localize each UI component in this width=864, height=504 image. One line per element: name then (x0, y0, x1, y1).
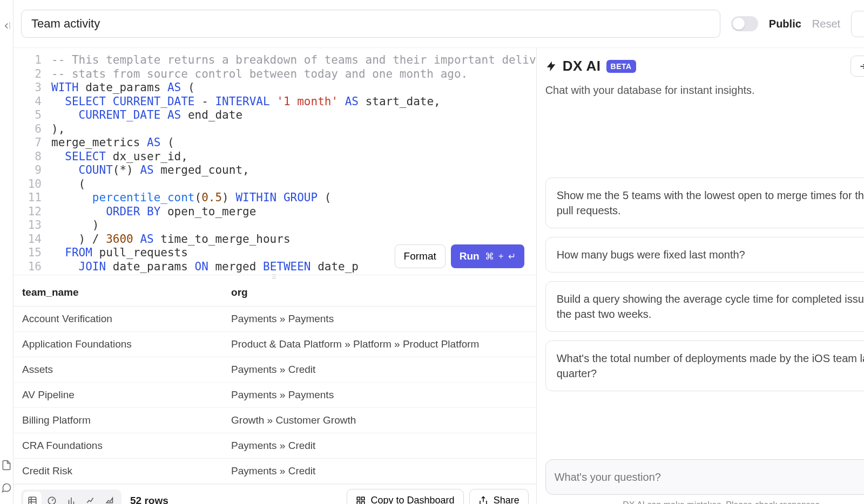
ai-input-row (545, 459, 864, 495)
cell-team: CRA Foundations (14, 433, 222, 459)
column-header-org[interactable]: org (222, 279, 536, 307)
beta-badge: BETA (606, 60, 636, 73)
topbar: Public Reset Save (14, 0, 864, 48)
cell-team: Application Foundations (14, 332, 222, 357)
collapse-sidebar-icon[interactable] (0, 19, 13, 32)
hide-icon (859, 62, 864, 71)
view-gauge-icon[interactable] (43, 492, 61, 505)
cell-team: Assets (14, 357, 222, 383)
document-icon[interactable] (0, 459, 13, 472)
public-label: Public (769, 18, 801, 30)
share-icon (478, 496, 488, 505)
table-row[interactable]: Billing PlatformGrowth » Customer Growth (14, 408, 536, 433)
save-button[interactable]: Save (851, 11, 864, 37)
column-header-team[interactable]: team_name (14, 279, 222, 307)
grid-icon (356, 496, 366, 505)
query-title-input[interactable] (21, 10, 720, 38)
ai-suggestion[interactable]: Show me the 5 teams with the lowest open… (545, 178, 864, 228)
row-count: 52 rows (130, 495, 168, 505)
svg-rect-0 (29, 497, 36, 504)
run-label: Run (460, 250, 480, 262)
svg-rect-2 (357, 497, 360, 500)
view-line-icon[interactable] (82, 492, 100, 505)
public-toggle[interactable] (731, 16, 758, 31)
ai-suggestion[interactable]: Build a query showing the average cycle … (545, 281, 864, 332)
cell-org: Payments » Credit (222, 357, 536, 383)
bolt-icon (545, 60, 557, 72)
copy-to-dashboard-button[interactable]: Copy to Dashboard (347, 489, 464, 504)
run-button[interactable]: Run ⌘ + ↵ (451, 244, 524, 268)
cell-team: Credit Risk (14, 459, 222, 484)
ai-suggestion[interactable]: What's the total number of deployments m… (545, 340, 864, 391)
cell-team: Billing Platform (14, 408, 222, 433)
cell-team: Account Verification (14, 307, 222, 332)
cell-org: Product & Data Platform » Platform » Pro… (222, 332, 536, 357)
table-row[interactable]: AssetsPayments » Credit (14, 357, 536, 383)
ai-question-input[interactable] (555, 471, 864, 483)
results-footer: 52 rows Copy to Dashboard Share (14, 484, 536, 504)
share-button[interactable]: Share (469, 489, 529, 504)
format-button[interactable]: Format (395, 244, 446, 268)
table-row[interactable]: Account VerificationPayments » Payments (14, 307, 536, 332)
table-row[interactable]: Credit RiskPayments » Credit (14, 459, 536, 484)
results-panel: team_name org Account VerificationPaymen… (14, 279, 536, 504)
run-shortcut: ⌘ + ↵ (485, 251, 516, 262)
table-header-row: team_name org (14, 279, 536, 307)
view-bar-icon[interactable] (62, 492, 80, 505)
table-row[interactable]: CRA FoundationsPayments » Credit (14, 433, 536, 459)
svg-rect-3 (361, 497, 364, 500)
view-switcher (21, 489, 122, 505)
chat-icon[interactable] (0, 481, 13, 494)
ai-subtitle: Chat with your database for instant insi… (545, 84, 864, 97)
cell-org: Growth » Customer Growth (222, 408, 536, 433)
table-row[interactable]: Application FoundationsProduct & Data Pl… (14, 332, 536, 357)
left-rail (0, 0, 14, 504)
reset-button[interactable]: Reset (812, 18, 840, 30)
sql-editor[interactable]: 1-- This template returns a breakdown of… (14, 48, 536, 275)
view-table-icon[interactable] (23, 492, 42, 505)
view-area-icon[interactable] (101, 492, 119, 505)
svg-rect-5 (361, 501, 364, 504)
ai-panel: DX AI BETA Hide Chat with your database … (537, 48, 864, 504)
ai-suggestion[interactable]: How many bugs were fixed last month? (545, 237, 864, 273)
cell-org: Payments » Credit (222, 459, 536, 484)
hide-ai-button[interactable]: Hide (850, 56, 864, 77)
cell-org: Payments » Credit (222, 433, 536, 459)
ai-brand-text: DX AI (563, 58, 601, 74)
cell-team: AV Pipeline (14, 383, 222, 408)
ai-disclaimer: DX AI can make mistakes. Please check re… (545, 495, 864, 504)
table-row[interactable]: AV PipelinePayments » Payments (14, 383, 536, 408)
svg-rect-4 (357, 501, 360, 504)
cell-org: Payments » Payments (222, 307, 536, 332)
horizontal-splitter[interactable]: ⠿ (14, 275, 536, 279)
cell-org: Payments » Payments (222, 383, 536, 408)
